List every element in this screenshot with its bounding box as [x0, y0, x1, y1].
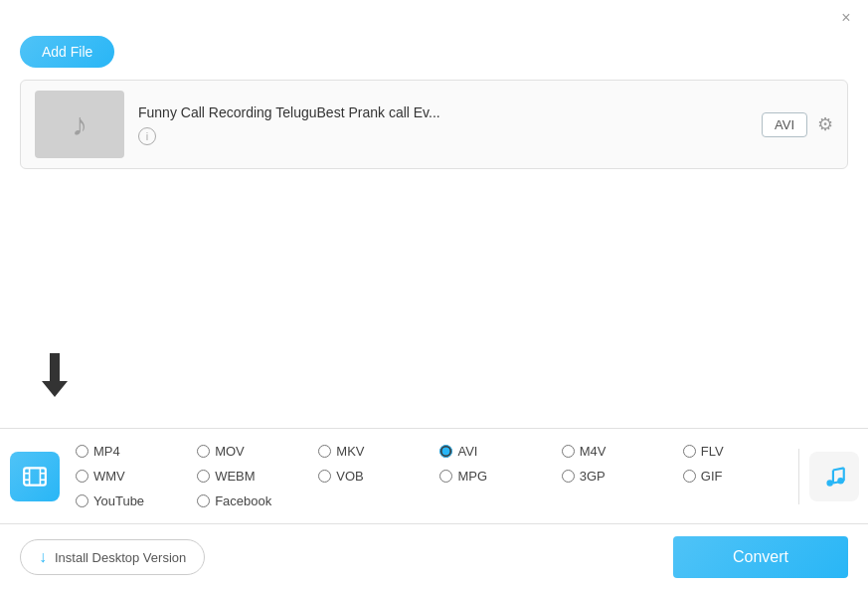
format-panel: MP4 MOV MKV AVI M4V FLV [0, 428, 868, 524]
arrow-head [42, 381, 68, 397]
format-mpg[interactable]: MPG [434, 466, 555, 487]
close-button[interactable]: × [836, 8, 856, 28]
format-mp4[interactable]: MP4 [70, 441, 191, 462]
install-label: Install Desktop Version [55, 550, 186, 565]
file-item: ♪ Funny Call Recording TeluguBest Prank … [21, 81, 847, 168]
format-vob[interactable]: VOB [312, 466, 434, 487]
convert-button[interactable]: Convert [673, 536, 848, 578]
format-facebook-label[interactable]: Facebook [215, 493, 271, 508]
video-icon-box [10, 452, 60, 501]
format-gif-label[interactable]: GIF [701, 469, 723, 484]
format-flv[interactable]: FLV [677, 441, 798, 462]
file-thumbnail: ♪ [35, 91, 124, 158]
format-gif[interactable]: GIF [677, 466, 798, 487]
format-m4v-label[interactable]: M4V [580, 444, 607, 459]
file-list: ♪ Funny Call Recording TeluguBest Prank … [20, 80, 848, 169]
format-badge[interactable]: AVI [762, 112, 807, 137]
file-name: Funny Call Recording TeluguBest Prank ca… [138, 104, 748, 120]
download-icon: ↓ [39, 548, 47, 566]
music-icon: ♪ [72, 106, 87, 143]
format-wmv[interactable]: WMV [70, 466, 191, 487]
format-3gp-label[interactable]: 3GP [580, 469, 606, 484]
arrow-shaft [50, 353, 60, 381]
svg-line-11 [832, 468, 843, 470]
video-format-icon[interactable] [0, 449, 70, 504]
audio-icon [821, 464, 847, 490]
format-youtube[interactable]: YouTube [70, 491, 191, 511]
format-mkv[interactable]: MKV [312, 441, 434, 462]
film-icon [22, 464, 48, 490]
audio-icon-box [809, 452, 859, 501]
format-youtube-label[interactable]: YouTube [93, 493, 144, 508]
format-wmv-label[interactable]: WMV [93, 469, 125, 484]
format-mov[interactable]: MOV [191, 441, 312, 462]
content-area [0, 169, 868, 428]
down-arrow [42, 353, 68, 397]
format-grid: MP4 MOV MKV AVI M4V FLV [70, 437, 798, 515]
action-bar: ↓ Install Desktop Version Convert [0, 524, 868, 590]
title-bar: × [0, 0, 868, 28]
format-avi[interactable]: AVI [434, 441, 555, 462]
svg-rect-0 [24, 468, 46, 485]
format-m4v[interactable]: M4V [556, 441, 677, 462]
format-mp4-label[interactable]: MP4 [93, 444, 120, 459]
bottom-section: MP4 MOV MKV AVI M4V FLV [0, 428, 868, 590]
format-avi-label[interactable]: AVI [457, 444, 477, 459]
format-vob-label[interactable]: VOB [336, 469, 363, 484]
file-actions: AVI ⚙ [762, 112, 833, 137]
audio-format-icon[interactable] [798, 449, 868, 504]
format-mov-label[interactable]: MOV [215, 444, 245, 459]
file-info: Funny Call Recording TeluguBest Prank ca… [138, 104, 748, 145]
install-desktop-button[interactable]: ↓ Install Desktop Version [20, 539, 205, 575]
info-icon[interactable]: i [138, 127, 156, 145]
toolbar: Add File [0, 28, 868, 80]
format-webm[interactable]: WEBM [191, 466, 312, 487]
format-mpg-label[interactable]: MPG [457, 469, 487, 484]
format-webm-label[interactable]: WEBM [215, 469, 255, 484]
settings-icon[interactable]: ⚙ [817, 113, 833, 135]
add-file-button[interactable]: Add File [20, 36, 114, 68]
format-mkv-label[interactable]: MKV [336, 444, 364, 459]
format-facebook[interactable]: Facebook [191, 491, 312, 511]
format-3gp[interactable]: 3GP [556, 466, 677, 487]
format-flv-label[interactable]: FLV [701, 444, 724, 459]
